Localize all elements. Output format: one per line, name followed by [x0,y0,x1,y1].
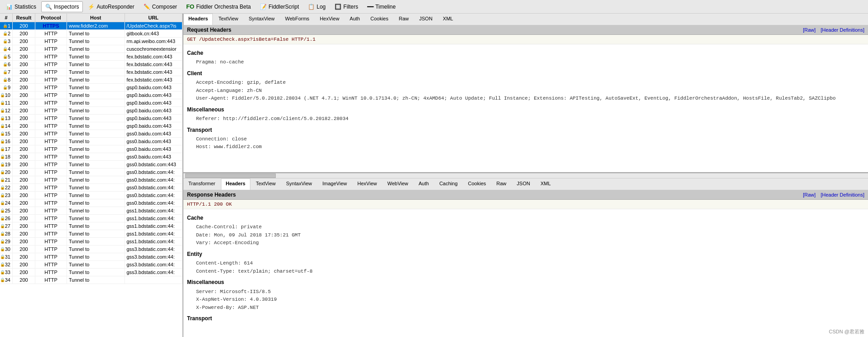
request-tab-json[interactable]: JSON [414,14,437,25]
response-tab-auth[interactable]: Auth [414,178,434,190]
request-raw-link[interactable]: [Raw] [803,27,815,33]
fiddler-orchestra-button[interactable]: FO Fiddler Orchestra Beta [182,1,255,12]
cell-num: 🔒27 [0,222,13,230]
col-header-url: URL [125,14,183,22]
table-row[interactable]: 🔒20 200 HTTP Tunnel to gss0.bdstatic.com… [0,168,182,176]
cell-num: 🔒33 [0,269,13,276]
request-tab-syntaxview[interactable]: SyntaxView [244,14,279,25]
response-tab-headers[interactable]: Headers [221,178,250,190]
table-row[interactable]: 🔒19 200 HTTP Tunnel to gss0.bdstatic.com… [0,161,182,168]
request-tab-raw[interactable]: Raw [394,14,414,25]
timeline-button[interactable]: ━━ Timeline [363,1,400,12]
table-row[interactable]: 🔒9 200 HTTP Tunnel to gsp0.baidu.com:443 [0,84,182,91]
cell-host: Tunnel to [67,161,125,168]
request-tab-auth[interactable]: Auth [345,14,365,25]
cell-host: Tunnel to [67,130,125,137]
table-row[interactable]: 🔒28 200 HTTP Tunnel to gss1.bdstatic.com… [0,230,182,238]
cell-num: 🔒28 [0,230,13,237]
cell-host: Tunnel to [67,99,125,106]
response-tab-hexview[interactable]: HexView [352,178,382,190]
response-tab-transformer[interactable]: Transformer [183,178,221,190]
request-tab-webforms[interactable]: WebForms [280,14,315,25]
table-row[interactable]: 🔒11 200 HTTP Tunnel to gsp0.baidu.com:44… [0,99,182,107]
cell-host: Tunnel to [67,107,125,114]
request-tab-hexview[interactable]: HexView [315,14,344,25]
response-tab-imageview[interactable]: ImageView [317,178,352,190]
table-row[interactable]: 🔒30 200 HTTP Tunnel to gss3.bdstatic.com… [0,246,182,253]
table-row[interactable]: 🔒6 200 HTTP Tunnel to fex.bdstatic.com:4… [0,61,182,68]
fiddler-script-button[interactable]: 📝 FiddlerScript [256,1,303,12]
cell-num: 🔒17 [0,145,13,153]
cell-num: 🔒5 [0,53,13,60]
cell-protocol: HTTP [35,276,67,284]
table-row[interactable]: 🔒14 200 HTTP Tunnel to gsp0.baidu.com:44… [0,122,182,130]
header-group-title: Client [187,69,864,78]
request-tab-xml[interactable]: XML [438,14,458,25]
table-row[interactable]: 🔒25 200 HTTP Tunnel to gss1.bdstatic.com… [0,207,182,215]
table-row[interactable]: 🔒23 200 HTTP Tunnel to gss0.bdstatic.com… [0,192,182,199]
table-row[interactable]: 🔒10 200 HTTP Tunnel to gsp0.baidu.com:44… [0,91,182,99]
table-row[interactable]: 🔒5 200 HTTP Tunnel to fex.bdstatic.com:4… [0,53,182,61]
table-row[interactable]: 🔒17 200 HTTP Tunnel to gss0.baidu.com:44… [0,145,182,153]
cell-protocol: HTTP [35,161,67,168]
response-tab-syntaxview[interactable]: SyntaxView [281,178,317,190]
request-header-def-link[interactable]: [Header Definitions] [820,27,864,33]
table-row[interactable]: 🔒29 200 HTTP Tunnel to gss1.bdstatic.com… [0,238,182,246]
response-tab-raw[interactable]: Raw [491,178,511,190]
table-row[interactable]: 🔒8 200 HTTP Tunnel to fex.bdstatic.com:4… [0,76,182,84]
cell-num: 🔒18 [0,153,13,160]
table-row[interactable]: 🔒16 200 HTTP Tunnel to gss0.baidu.com:44… [0,138,182,145]
composer-button[interactable]: ✏️ Composer [139,1,181,12]
table-row[interactable]: 🔒27 200 HTTP Tunnel to gss1.bdstatic.com… [0,222,182,230]
statistics-button[interactable]: 📊 Statistics [2,1,40,12]
lock-icon: 🔒 [0,201,5,205]
composer-icon: ✏️ [144,4,150,10]
table-row[interactable]: 🔒32 200 HTTP Tunnel to gss3.bdstatic.com… [0,261,182,269]
table-row[interactable]: 🔒34 200 HTTP Tunnel to [0,276,182,284]
table-row[interactable]: 🔒24 200 HTTP Tunnel to gss0.bdstatic.com… [0,199,182,207]
table-row[interactable]: 🔒12 200 HTTP Tunnel to gsp0.baidu.com:44… [0,107,182,115]
response-tab-caching[interactable]: Caching [434,178,462,190]
table-row[interactable]: 🔒21 200 HTTP Tunnel to gss0.bdstatic.com… [0,176,182,184]
response-tab-textview[interactable]: TextView [251,178,281,190]
response-header-def-link[interactable]: [Header Definitions] [820,192,864,197]
horizontal-scrollbar[interactable] [183,173,868,178]
response-tab-json[interactable]: JSON [512,178,535,190]
session-table[interactable]: # Result Protocol Host URL 🔒1 200 HTTPS … [0,14,182,337]
inspectors-button[interactable]: 🔍 Inspectors [41,1,83,12]
table-row[interactable]: 🔒22 200 HTTP Tunnel to gss0.bdstatic.com… [0,184,182,192]
autoresponder-label: AutoResponder [96,4,134,10]
lock-icon: 🔒 [3,24,8,28]
cell-protocol: HTTP [35,76,67,83]
table-row[interactable]: 🔒2 200 HTTP Tunnel to gitbook.cn:443 [0,30,182,38]
request-tab-headers[interactable]: Headers [183,14,213,25]
response-tab-cookies[interactable]: Cookies [463,178,491,190]
response-tab-xml[interactable]: XML [536,178,556,190]
response-raw-link[interactable]: [Raw] [803,192,815,197]
cell-result: 200 [13,184,35,191]
timeline-label: Timeline [375,4,396,10]
table-row[interactable]: 🔒15 200 HTTP Tunnel to gss0.baidu.com:44… [0,130,182,138]
request-tab-cookies[interactable]: Cookies [365,14,393,25]
request-tab-textview[interactable]: TextView [213,14,243,25]
cell-host: Tunnel to [67,238,125,245]
table-row[interactable]: 🔒13 200 HTTP Tunnel to gsp0.baidu.com:44… [0,115,182,122]
table-row[interactable]: 🔒33 200 HTTP Tunnel to gss3.bdstatic.com… [0,269,182,276]
lock-icon: 🔒 [0,193,5,197]
scrollbar-thumb[interactable] [185,173,276,178]
response-tab-webview[interactable]: WebView [382,178,413,190]
header-group-title: Transport [187,314,864,323]
table-row[interactable]: 🔒18 200 HTTP Tunnel to gss0.baidu.com:44… [0,153,182,161]
table-row[interactable]: 🔒26 200 HTTP Tunnel to gss1.bdstatic.com… [0,215,182,222]
cell-host: Tunnel to [67,184,125,191]
table-row[interactable]: 🔒31 200 HTTP Tunnel to gss3.bdstatic.com… [0,253,182,261]
table-row[interactable]: 🔒4 200 HTTP Tunnel to cuscochromeextensi… [0,45,182,53]
header-item: Connection: close [187,135,864,144]
cell-protocol: HTTP [35,192,67,199]
table-row[interactable]: 🔒7 200 HTTP Tunnel to fex.bdstatic.com:4… [0,68,182,76]
filters-button[interactable]: 🔲 Filters [331,1,362,12]
log-button[interactable]: 📋 Log [304,1,330,12]
table-row[interactable]: 🔒3 200 HTTP Tunnel to rm.api.weibo.com:4… [0,38,182,45]
table-row[interactable]: 🔒1 200 HTTPS www.fiddler2.com /UpdateChe… [0,22,182,30]
autoresponder-button[interactable]: ⚡ AutoResponder [84,1,138,12]
